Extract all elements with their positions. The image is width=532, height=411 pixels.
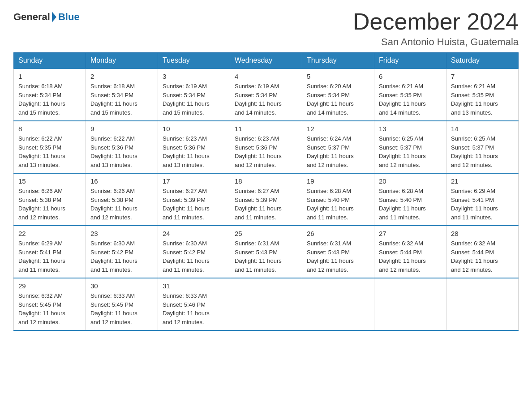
day-info: Sunrise: 6:31 AMSunset: 5:43 PMDaylight:… (235, 239, 297, 274)
day-info: Sunrise: 6:23 AMSunset: 5:36 PMDaylight:… (235, 134, 297, 169)
day-number: 17 (163, 177, 225, 185)
calendar-week-row: 15Sunrise: 6:26 AMSunset: 5:38 PMDayligh… (14, 173, 519, 226)
day-info: Sunrise: 6:30 AMSunset: 5:42 PMDaylight:… (90, 239, 153, 274)
day-number: 16 (90, 177, 153, 185)
day-number: 21 (451, 177, 514, 185)
calendar-cell: 26Sunrise: 6:31 AMSunset: 5:43 PMDayligh… (302, 226, 374, 278)
calendar-cell: 13Sunrise: 6:25 AMSunset: 5:37 PMDayligh… (374, 121, 446, 173)
calendar-cell: 24Sunrise: 6:30 AMSunset: 5:42 PMDayligh… (158, 226, 230, 278)
calendar-cell: 1Sunrise: 6:18 AMSunset: 5:34 PMDaylight… (14, 68, 86, 121)
calendar-cell: 7Sunrise: 6:21 AMSunset: 5:35 PMDaylight… (446, 68, 519, 121)
calendar-cell: 30Sunrise: 6:33 AMSunset: 5:45 PMDayligh… (86, 278, 158, 330)
day-number: 12 (307, 125, 369, 133)
day-info: Sunrise: 6:32 AMSunset: 5:45 PMDaylight:… (18, 291, 81, 326)
weekday-header-monday: Monday (86, 53, 158, 69)
calendar-cell: 31Sunrise: 6:33 AMSunset: 5:46 PMDayligh… (158, 278, 230, 330)
day-info: Sunrise: 6:22 AMSunset: 5:36 PMDaylight:… (90, 134, 153, 169)
day-info: Sunrise: 6:23 AMSunset: 5:36 PMDaylight:… (163, 134, 225, 169)
calendar-cell (446, 278, 519, 330)
calendar-cell: 8Sunrise: 6:22 AMSunset: 5:35 PMDaylight… (14, 121, 86, 173)
weekday-header-wednesday: Wednesday (230, 53, 302, 69)
calendar-cell: 4Sunrise: 6:19 AMSunset: 5:34 PMDaylight… (230, 68, 302, 121)
calendar-week-row: 29Sunrise: 6:32 AMSunset: 5:45 PMDayligh… (14, 278, 519, 330)
day-info: Sunrise: 6:22 AMSunset: 5:35 PMDaylight:… (18, 134, 81, 169)
calendar-cell: 27Sunrise: 6:32 AMSunset: 5:44 PMDayligh… (374, 226, 446, 278)
logo: General Blue (13, 11, 80, 23)
day-number: 9 (90, 125, 153, 133)
logo-arrow-icon (52, 12, 56, 22)
day-number: 4 (235, 73, 297, 80)
day-number: 2 (90, 73, 153, 80)
day-info: Sunrise: 6:29 AMSunset: 5:41 PMDaylight:… (18, 239, 81, 274)
day-info: Sunrise: 6:25 AMSunset: 5:37 PMDaylight:… (451, 134, 514, 169)
day-number: 18 (235, 177, 297, 185)
day-number: 19 (307, 177, 369, 185)
page-subtitle: San Antonio Huista, Guatemala (353, 36, 519, 48)
day-info: Sunrise: 6:18 AMSunset: 5:34 PMDaylight:… (90, 82, 153, 117)
calendar-table: SundayMondayTuesdayWednesdayThursdayFrid… (13, 52, 519, 331)
day-info: Sunrise: 6:31 AMSunset: 5:43 PMDaylight:… (307, 239, 369, 274)
day-info: Sunrise: 6:24 AMSunset: 5:37 PMDaylight:… (307, 134, 369, 169)
day-number: 13 (379, 125, 442, 133)
calendar-cell: 28Sunrise: 6:32 AMSunset: 5:44 PMDayligh… (446, 226, 519, 278)
day-number: 24 (163, 230, 225, 237)
day-info: Sunrise: 6:33 AMSunset: 5:46 PMDaylight:… (163, 291, 225, 326)
calendar-cell: 19Sunrise: 6:28 AMSunset: 5:40 PMDayligh… (302, 173, 374, 226)
weekday-header-row: SundayMondayTuesdayWednesdayThursdayFrid… (14, 53, 519, 69)
day-info: Sunrise: 6:28 AMSunset: 5:40 PMDaylight:… (307, 187, 369, 222)
day-number: 10 (163, 125, 225, 133)
page-header: General Blue December 2024 San Antonio H… (13, 9, 519, 48)
day-number: 29 (18, 282, 81, 290)
day-info: Sunrise: 6:21 AMSunset: 5:35 PMDaylight:… (451, 82, 514, 117)
calendar-cell: 14Sunrise: 6:25 AMSunset: 5:37 PMDayligh… (446, 121, 519, 173)
calendar-cell: 29Sunrise: 6:32 AMSunset: 5:45 PMDayligh… (14, 278, 86, 330)
weekday-header-friday: Friday (374, 53, 446, 69)
day-info: Sunrise: 6:27 AMSunset: 5:39 PMDaylight:… (163, 187, 225, 222)
calendar-cell (374, 278, 446, 330)
calendar-cell (302, 278, 374, 330)
calendar-cell: 16Sunrise: 6:26 AMSunset: 5:38 PMDayligh… (86, 173, 158, 226)
day-info: Sunrise: 6:26 AMSunset: 5:38 PMDaylight:… (90, 187, 153, 222)
day-info: Sunrise: 6:32 AMSunset: 5:44 PMDaylight:… (451, 239, 514, 274)
day-info: Sunrise: 6:25 AMSunset: 5:37 PMDaylight:… (379, 134, 442, 169)
calendar-week-row: 1Sunrise: 6:18 AMSunset: 5:34 PMDaylight… (14, 68, 519, 121)
calendar-cell: 12Sunrise: 6:24 AMSunset: 5:37 PMDayligh… (302, 121, 374, 173)
calendar-cell: 17Sunrise: 6:27 AMSunset: 5:39 PMDayligh… (158, 173, 230, 226)
day-number: 20 (379, 177, 442, 185)
page-title: December 2024 (353, 9, 519, 34)
day-info: Sunrise: 6:21 AMSunset: 5:35 PMDaylight:… (379, 82, 442, 117)
calendar-cell: 2Sunrise: 6:18 AMSunset: 5:34 PMDaylight… (86, 68, 158, 121)
day-number: 15 (18, 177, 81, 185)
calendar-cell (230, 278, 302, 330)
calendar-cell: 25Sunrise: 6:31 AMSunset: 5:43 PMDayligh… (230, 226, 302, 278)
day-info: Sunrise: 6:29 AMSunset: 5:41 PMDaylight:… (451, 187, 514, 222)
day-number: 22 (18, 230, 81, 237)
day-info: Sunrise: 6:30 AMSunset: 5:42 PMDaylight:… (163, 239, 225, 274)
day-number: 31 (163, 282, 225, 290)
day-number: 26 (307, 230, 369, 237)
day-info: Sunrise: 6:32 AMSunset: 5:44 PMDaylight:… (379, 239, 442, 274)
calendar-cell: 20Sunrise: 6:28 AMSunset: 5:40 PMDayligh… (374, 173, 446, 226)
day-number: 3 (163, 73, 225, 80)
day-number: 25 (235, 230, 297, 237)
day-number: 7 (451, 73, 514, 80)
calendar-cell: 18Sunrise: 6:27 AMSunset: 5:39 PMDayligh… (230, 173, 302, 226)
day-info: Sunrise: 6:26 AMSunset: 5:38 PMDaylight:… (18, 187, 81, 222)
day-info: Sunrise: 6:20 AMSunset: 5:34 PMDaylight:… (307, 82, 369, 117)
day-number: 27 (379, 230, 442, 237)
day-info: Sunrise: 6:19 AMSunset: 5:34 PMDaylight:… (235, 82, 297, 117)
day-number: 11 (235, 125, 297, 133)
day-info: Sunrise: 6:28 AMSunset: 5:40 PMDaylight:… (379, 187, 442, 222)
day-number: 14 (451, 125, 514, 133)
calendar-week-row: 22Sunrise: 6:29 AMSunset: 5:41 PMDayligh… (14, 226, 519, 278)
day-number: 8 (18, 125, 81, 133)
weekday-header-saturday: Saturday (446, 53, 519, 69)
day-info: Sunrise: 6:18 AMSunset: 5:34 PMDaylight:… (18, 82, 81, 117)
day-number: 30 (90, 282, 153, 290)
calendar-week-row: 8Sunrise: 6:22 AMSunset: 5:35 PMDaylight… (14, 121, 519, 173)
day-number: 1 (18, 73, 81, 80)
title-block: December 2024 San Antonio Huista, Guatem… (353, 9, 519, 48)
logo-blue-text: Blue (58, 11, 80, 23)
weekday-header-tuesday: Tuesday (158, 53, 230, 69)
weekday-header-sunday: Sunday (14, 53, 86, 69)
